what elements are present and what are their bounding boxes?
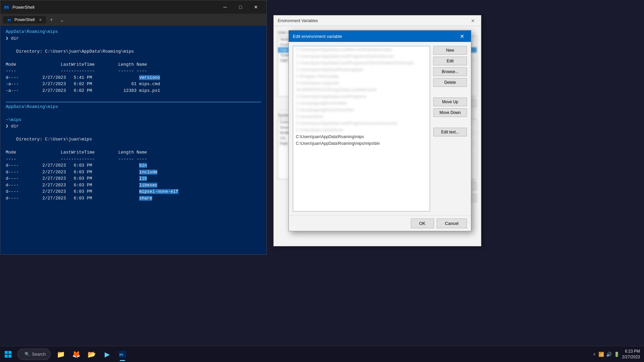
powershell-window: PS PowerShell ─ □ ✕ PS PowerShell ✕ + ⌄ … <box>0 0 267 255</box>
taskbar-start-button[interactable] <box>0 346 16 362</box>
taskbar-ps-button[interactable]: PS <box>115 347 130 362</box>
ps-section-divider <box>6 102 261 102</box>
edit-edit-button[interactable]: Edit <box>433 57 467 65</box>
taskbar-clock[interactable]: 6:23 PM 2/27/2023 <box>622 349 640 360</box>
ps-line-header2: ---- ------------- ------ ---- <box>6 68 261 74</box>
ps-window-controls: ─ □ ✕ <box>217 2 264 12</box>
edit-list-item-mips[interactable]: C:\Users\juan\AppData\Roaming\mips <box>293 133 430 140</box>
ps-line-file4: d---- 2/27/2023 6:03 PM bin <box>6 162 261 169</box>
ps-taskbar-icon: PS <box>119 351 126 358</box>
edit-dialog-body: C:\Users\juan\AppData\Local\Microsoft\Wi… <box>289 42 471 216</box>
ps-icon: PS <box>3 4 10 10</box>
edit-list-item[interactable]: C:\Users\juan\AppData\Local\Programs <box>293 93 430 100</box>
edit-list-item[interactable]: C:\Users\juan\AppData\Local\Microsoft\Wi… <box>293 46 430 53</box>
edit-cancel-button[interactable]: Cancel <box>437 219 467 228</box>
spacer <box>433 89 467 96</box>
env-window-title: Environment Variables <box>278 18 469 23</box>
ps-content: AppData\Roaming\mips ❯ dir Directory: C:… <box>0 26 266 254</box>
ps-line-path2: AppData\Roaming\mips <box>6 104 261 110</box>
taskbar-terminal-button[interactable]: ▶ <box>100 347 114 362</box>
edit-move-down-button[interactable]: Move Down <box>433 108 467 117</box>
battery-icon: 🔋 <box>614 352 620 357</box>
edit-right-buttons: New Edit Browse... Delete Move Up Move D… <box>433 46 467 212</box>
ps-line-blank2 <box>6 55 261 61</box>
ps-line-file5: d---- 2/27/2023 6:03 PM include <box>6 169 261 176</box>
edit-env-dialog: Edit environment variable ✕ C:\Users\jua… <box>288 30 471 231</box>
edit-edit-text-button[interactable]: Edit text... <box>433 128 467 136</box>
ps-tab-bar: PS PowerShell ✕ + ⌄ <box>0 14 266 26</box>
edit-list-item[interactable]: C:\Users\juan\AppData\Roaming\npm <box>293 66 430 73</box>
edit-move-up-button[interactable]: Move Up <box>433 98 467 106</box>
edit-list-item[interactable]: C:\scoop\apps\git\current\bin <box>293 100 430 107</box>
taskbar-time: 6:23 PM <box>622 349 640 354</box>
edit-delete-button[interactable]: Delete <box>433 78 467 87</box>
env-close-button[interactable]: ✕ <box>469 17 477 25</box>
edit-list-item-mips-bin[interactable]: C:\Users\juan\AppData\Roaming\mips/mips\… <box>293 140 430 147</box>
taskbar: 🔍 Search 📁 🦊 📂 ▶ PS <box>0 346 644 362</box>
edit-list-item[interactable]: C:\Users\juan\AppData\Local\Programs\Pyt… <box>293 60 430 66</box>
ps-line-header1: Mode LastWriteTime Length Name <box>6 61 261 68</box>
ps-line-header3: Mode LastWriteTime Length Name <box>6 149 261 156</box>
ps-tab-close-icon[interactable]: ✕ <box>39 18 42 22</box>
spacer2 <box>433 119 467 126</box>
ps-line-file3: -a--- 2/27/2023 6:02 PM 12383 mips.ps1 <box>6 87 261 94</box>
svg-rect-4 <box>5 351 8 354</box>
ps-tab-dropdown-button[interactable]: ⌄ <box>57 15 67 24</box>
ps-line-path3: ~\mips <box>6 117 261 123</box>
edit-list-item[interactable]: %USERPROFILE%\AppData\Local\Microsoft <box>293 86 430 93</box>
svg-rect-7 <box>8 355 11 358</box>
ps-line-blank1 <box>6 42 261 48</box>
taskbar-search-box[interactable]: 🔍 Search <box>17 349 51 360</box>
ps-line-blank4 <box>6 110 261 117</box>
ps-line-file6: d---- 2/27/2023 6:03 PM lib <box>6 175 261 182</box>
edit-list-item[interactable]: C:\Users\juan\AppData\Local\Programs\cur… <box>293 120 430 127</box>
ps-maximize-button[interactable]: □ <box>233 2 248 12</box>
ps-titlebar: PS PowerShell ─ □ ✕ <box>0 0 266 14</box>
ps-line-path1: AppData\Roaming\mips <box>6 28 261 35</box>
ps-line-file1: d---- 2/27/2023 5:41 PM versions <box>6 74 261 81</box>
taskbar-files-button[interactable]: 📂 <box>84 347 99 362</box>
ps-line-prompt2: ❯ dir <box>6 123 261 130</box>
taskbar-system-icons: 📶 🔊 🔋 <box>598 352 620 357</box>
ps-window-title: PowerShell <box>12 5 217 10</box>
edit-list-item[interactable]: C:\Users\juan\.cargo\bin <box>293 80 430 86</box>
ps-minimize-button[interactable]: ─ <box>217 2 233 12</box>
volume-icon: 🔊 <box>606 352 612 357</box>
taskbar-tray-expand-icon[interactable]: ∧ <box>593 352 596 356</box>
edit-dialog-titlebar: Edit environment variable ✕ <box>289 31 471 42</box>
taskbar-firefox-button[interactable]: 🦊 <box>69 347 84 362</box>
ps-line-file9: d---- 2/27/2023 6:03 PM share <box>6 195 261 202</box>
edit-dialog-title: Edit environment variable <box>293 34 457 39</box>
ps-close-button[interactable]: ✕ <box>248 2 264 12</box>
svg-text:PS: PS <box>4 5 9 10</box>
svg-text:PS: PS <box>8 19 11 22</box>
env-titlebar: Environment Variables ✕ <box>274 15 481 26</box>
ps-tab-powershell[interactable]: PS PowerShell ✕ <box>3 16 46 23</box>
edit-path-list[interactable]: C:\Users\juan\AppData\Local\Microsoft\Wi… <box>293 46 430 212</box>
edit-list-item[interactable]: C:\Users\juan\.dotnet\tools <box>293 127 430 133</box>
svg-text:PS: PS <box>119 353 123 357</box>
edit-new-button[interactable]: New <box>433 46 467 55</box>
edit-dialog-footer: OK Cancel <box>289 216 471 231</box>
ps-tab-label: PowerShell <box>14 17 35 22</box>
ps-line-dir2: Directory: C:\Users\juan\mips <box>6 136 261 143</box>
wifi-icon: 📶 <box>598 352 604 357</box>
ps-new-tab-button[interactable]: + <box>47 15 56 24</box>
ps-line-blank3 <box>6 94 261 101</box>
taskbar-file-explorer-button[interactable]: 📁 <box>53 347 68 362</box>
edit-list-item[interactable]: C:\Program Files\nodejs <box>293 73 430 80</box>
edit-list-item[interactable]: C:\scoop\apps\git\current\usr\bin <box>293 107 430 113</box>
ps-line-file7: d---- 2/27/2023 6:03 PM libexec <box>6 182 261 189</box>
edit-list-item[interactable]: C:\scoop\shims <box>293 113 430 120</box>
edit-browse-button[interactable]: Browse... <box>433 67 467 76</box>
taskbar-date: 2/27/2023 <box>622 354 640 360</box>
terminal-icon: ▶ <box>105 350 110 358</box>
edit-ok-button[interactable]: OK <box>411 219 434 228</box>
taskbar-search-label: Search <box>32 352 46 357</box>
ps-line-prompt1: ❯ dir <box>6 35 261 42</box>
files-icon: 📂 <box>88 350 96 358</box>
taskbar-right: ∧ 📶 🔊 🔋 6:23 PM 2/27/2023 <box>593 349 644 360</box>
edit-list-item[interactable]: C:\Users\juan\AppData\Local\Programs\Pyt… <box>293 53 430 60</box>
taskbar-search-icon: 🔍 <box>24 352 30 357</box>
edit-dialog-close-button[interactable]: ✕ <box>457 31 467 41</box>
